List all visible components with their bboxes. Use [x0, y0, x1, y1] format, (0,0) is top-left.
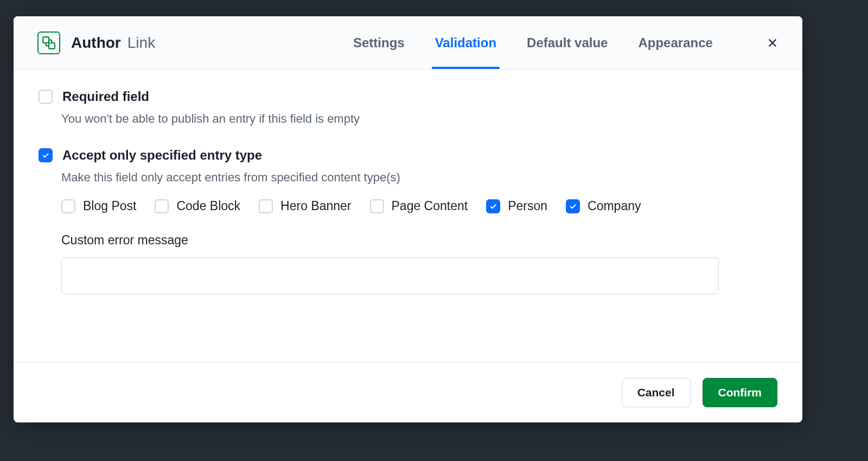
- confirm-button[interactable]: Confirm: [703, 378, 778, 407]
- content-type-label: Blog Post: [83, 199, 136, 213]
- accept-specified-checkbox[interactable]: [39, 148, 53, 162]
- modal-tabs: Settings Validation Default value Appear…: [350, 16, 716, 69]
- option-required-field: Required field You won't be able to publ…: [39, 89, 777, 126]
- tab-appearance[interactable]: Appearance: [635, 16, 716, 69]
- content-type-label: Person: [508, 199, 547, 213]
- content-type-checkbox-person[interactable]: [486, 199, 500, 213]
- tab-default-value[interactable]: Default value: [524, 16, 611, 69]
- content-type-label: Company: [588, 199, 641, 213]
- modal-body: Required field You won't be able to publ…: [14, 70, 802, 362]
- cancel-button[interactable]: Cancel: [622, 378, 691, 407]
- option-accept-specified: Accept only specified entry type Make th…: [39, 148, 777, 294]
- content-type-label: Page Content: [392, 199, 468, 213]
- field-name: Author: [71, 34, 121, 52]
- content-type-option[interactable]: Hero Banner: [259, 199, 351, 213]
- field-type-label: Link: [127, 34, 155, 52]
- content-type-option[interactable]: Company: [566, 199, 641, 213]
- reference-link-icon: [37, 31, 60, 54]
- svg-rect-0: [43, 37, 49, 43]
- svg-rect-1: [49, 43, 55, 49]
- field-settings-modal: Author Link Settings Validation Default …: [14, 16, 802, 422]
- modal-header: Author Link Settings Validation Default …: [14, 16, 802, 70]
- content-type-checkbox-code-block[interactable]: [155, 199, 169, 213]
- content-type-option[interactable]: Person: [486, 199, 547, 213]
- content-type-list: Blog Post Code Block Hero Banner Page Co…: [61, 199, 777, 213]
- content-type-checkbox-company[interactable]: [566, 199, 580, 213]
- content-type-option[interactable]: Page Content: [370, 199, 468, 213]
- tab-settings[interactable]: Settings: [350, 16, 408, 69]
- tab-validation[interactable]: Validation: [432, 16, 500, 69]
- content-type-label: Hero Banner: [280, 199, 351, 213]
- content-type-checkbox-hero-banner[interactable]: [259, 199, 273, 213]
- required-field-label: Required field: [62, 89, 149, 104]
- accept-specified-label: Accept only specified entry type: [62, 148, 262, 163]
- content-type-checkbox-blog-post[interactable]: [61, 199, 75, 213]
- content-type-option[interactable]: Code Block: [155, 199, 240, 213]
- close-button[interactable]: [764, 35, 781, 51]
- required-field-checkbox[interactable]: [39, 90, 53, 104]
- custom-error-input[interactable]: [61, 257, 719, 294]
- modal-footer: Cancel Confirm: [14, 362, 802, 422]
- content-type-label: Code Block: [176, 199, 240, 213]
- required-field-description: You won't be able to publish an entry if…: [61, 112, 777, 126]
- custom-error-label: Custom error message: [61, 233, 777, 248]
- accept-specified-description: Make this field only accept entries from…: [61, 170, 777, 185]
- content-type-option[interactable]: Blog Post: [61, 199, 136, 213]
- content-type-checkbox-page-content[interactable]: [370, 199, 384, 213]
